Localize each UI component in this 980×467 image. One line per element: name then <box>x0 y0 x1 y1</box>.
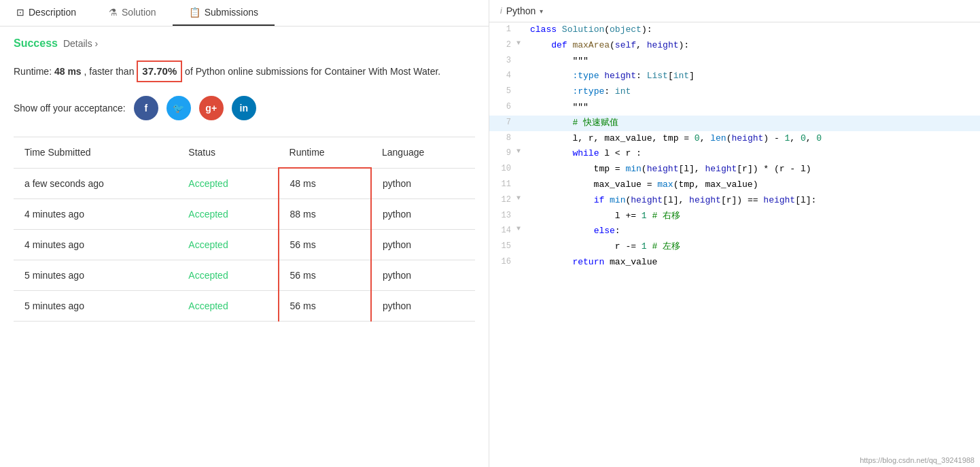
code-line-11: 11 max_value = max(tmp, max_value) <box>489 177 980 193</box>
line-code: if min(height[l], height[r]) == height[l… <box>525 193 980 209</box>
line-arrow <box>517 22 525 38</box>
line-number: 1 <box>489 22 517 38</box>
code-line-4: 4 :type height: List[int] <box>489 69 980 84</box>
code-line-3: 3 """ <box>489 54 980 69</box>
tab-solution[interactable]: ⚗ Solution <box>92 0 173 26</box>
runtime-value: 48 ms <box>54 66 82 77</box>
line-arrow <box>517 116 525 131</box>
line-code: # 快速赋值 <box>525 116 980 131</box>
line-arrow: ▼ <box>517 193 525 209</box>
line-code: """ <box>525 54 980 69</box>
line-number: 14 <box>489 224 517 239</box>
watermark: https://blog.csdn.net/qq_39241988 <box>860 456 975 464</box>
line-arrow <box>517 54 525 69</box>
line-number: 9 <box>489 146 517 162</box>
line-code: r -= 1 # 左移 <box>525 239 980 255</box>
runtime-prefix: Runtime: <box>14 66 52 77</box>
code-line-7: 7 # 快速赋值 <box>489 116 980 131</box>
cell-runtime: 56 ms <box>279 291 371 322</box>
line-code: """ <box>525 100 980 116</box>
line-code: while l < r : <box>525 146 980 162</box>
left-content: Success Details › Runtime: 48 ms , faste… <box>0 27 489 467</box>
language-icon: i <box>500 6 502 16</box>
code-line-16: 16 return max_value <box>489 255 980 271</box>
googleplus-share-button[interactable]: g+ <box>199 96 224 120</box>
line-number: 3 <box>489 54 517 69</box>
twitter-share-button[interactable]: 🐦 <box>167 96 191 120</box>
social-share: Show off your acceptance: f 🐦 g+ in <box>14 96 475 120</box>
line-code: max_value = max(tmp, max_value) <box>525 177 980 193</box>
success-label: Success <box>14 37 58 50</box>
cell-language: python <box>371 291 475 322</box>
line-number: 4 <box>489 69 517 84</box>
line-code: tmp = min(height[l], height[r]) * (r - l… <box>525 162 980 177</box>
col-status: Status <box>177 137 278 168</box>
line-arrow: ▼ <box>517 146 525 162</box>
line-arrow <box>517 162 525 177</box>
line-number: 16 <box>489 255 517 271</box>
table-row: a few seconds ago Accepted 48 ms python <box>14 168 475 199</box>
table-row: 5 minutes ago Accepted 56 ms python <box>14 291 475 322</box>
success-bar: Success Details › <box>14 37 475 50</box>
line-number: 11 <box>489 177 517 193</box>
line-number: 5 <box>489 84 517 100</box>
solution-icon: ⚗ <box>109 7 118 18</box>
table-header-row: Time Submitted Status Runtime Language <box>14 137 475 168</box>
right-panel: i Python ▾ 1class Solution(object):2▼ de… <box>489 0 980 467</box>
code-line-15: 15 r -= 1 # 左移 <box>489 239 980 255</box>
code-lines: 1class Solution(object):2▼ def maxArea(s… <box>489 22 980 271</box>
runtime-info: Runtime: 48 ms , faster than 37.70% of P… <box>14 60 475 82</box>
left-panel: ⊡ Description ⚗ Solution 📋 Submissions S… <box>0 0 489 467</box>
tab-submissions[interactable]: 📋 Submissions <box>173 0 275 26</box>
cell-status[interactable]: Accepted <box>177 230 278 260</box>
cell-runtime: 56 ms <box>279 230 371 260</box>
cell-time: 4 minutes ago <box>14 230 177 260</box>
col-language: Language <box>371 137 475 168</box>
description-icon: ⊡ <box>16 7 24 18</box>
cell-language: python <box>371 230 475 260</box>
line-arrow: ▼ <box>517 38 525 54</box>
runtime-desc: of Python online submissions for Contain… <box>185 66 440 77</box>
linkedin-share-button[interactable]: in <box>232 96 256 120</box>
code-line-5: 5 :rtype: int <box>489 84 980 100</box>
line-number: 6 <box>489 100 517 116</box>
line-code: :type height: List[int] <box>525 69 980 84</box>
cell-status[interactable]: Accepted <box>177 168 278 199</box>
share-label: Show off your acceptance: <box>14 103 126 114</box>
line-arrow <box>517 131 525 147</box>
cell-status[interactable]: Accepted <box>177 291 278 322</box>
line-arrow: ▼ <box>517 224 525 239</box>
line-number: 12 <box>489 193 517 209</box>
cell-time: 5 minutes ago <box>14 260 177 291</box>
cell-status[interactable]: Accepted <box>177 260 278 291</box>
cell-status[interactable]: Accepted <box>177 199 278 230</box>
language-chevron-icon[interactable]: ▾ <box>540 7 543 15</box>
percentage-box: 37.70% <box>137 60 182 82</box>
details-link[interactable]: Details › <box>63 38 98 49</box>
col-time-submitted: Time Submitted <box>14 137 177 168</box>
cell-time: a few seconds ago <box>14 168 177 199</box>
facebook-share-button[interactable]: f <box>134 96 158 120</box>
line-code: return max_value <box>525 255 980 271</box>
cell-time: 4 minutes ago <box>14 199 177 230</box>
cell-language: python <box>371 260 475 291</box>
cell-runtime: 88 ms <box>279 199 371 230</box>
submissions-table: Time Submitted Status Runtime Language a… <box>14 137 475 322</box>
line-code: class Solution(object): <box>525 22 980 38</box>
line-number: 7 <box>489 116 517 131</box>
line-arrow <box>517 209 525 224</box>
cell-time: 5 minutes ago <box>14 291 177 322</box>
cell-runtime: 56 ms <box>279 260 371 291</box>
line-arrow <box>517 239 525 255</box>
line-number: 2 <box>489 38 517 54</box>
code-line-10: 10 tmp = min(height[l], height[r]) * (r … <box>489 162 980 177</box>
line-code: def maxArea(self, height): <box>525 38 980 54</box>
line-number: 13 <box>489 209 517 224</box>
line-code: else: <box>525 224 980 239</box>
tab-description[interactable]: ⊡ Description <box>0 0 92 26</box>
cell-language: python <box>371 168 475 199</box>
code-line-1: 1class Solution(object): <box>489 22 980 38</box>
code-line-14: 14▼ else: <box>489 224 980 239</box>
line-code: :rtype: int <box>525 84 980 100</box>
line-code: l, r, max_value, tmp = 0, len(height) - … <box>525 131 980 147</box>
